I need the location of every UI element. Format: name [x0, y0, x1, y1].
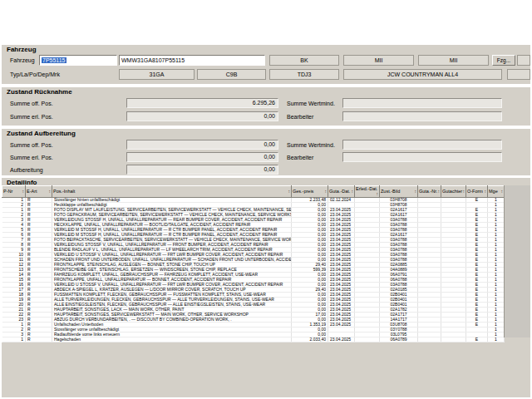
column-header-zust-bild[interactable]: Zust.-Bild↕	[380, 186, 418, 198]
cell-pos-inhalt: ALLE TÜRVERKLEIDUNGEN, FLECKEN, GEBRAUCH…	[52, 298, 292, 303]
bearbeiter-label: Bearbeiter	[287, 111, 313, 122]
application-window: Fahrzeug Fahrzeug 7P55115 WMW31GA8107P55…	[0, 0, 532, 399]
column-header-eart[interactable]: E-Art↕	[26, 186, 52, 198]
cell-guta-dat: 23.04.2025	[328, 303, 355, 308]
cell-pos-inhalt: SCHADEN FRONT UND UNTERBODEN, UNFALL, UN…	[52, 258, 292, 263]
mii-field-2: MII	[418, 55, 489, 66]
cell-pos-inhalt: VERKLEID M STOSSF H, UNFALL, UNFALLREPAR…	[52, 233, 292, 238]
fahrzeug-section-title: Fahrzeug	[7, 46, 37, 53]
sort-icon[interactable]: ↕	[415, 189, 417, 195]
cell-pos-inhalt: VERKLEIDUNG STOSSF H, UNFALL, UNFALLREPA…	[52, 218, 292, 223]
table-filler-column	[504, 185, 530, 337]
summe-off-value: 6.295,26	[126, 98, 278, 108]
empty-field-2	[507, 69, 530, 80]
cell-pnr: 1	[2, 337, 26, 342]
vin-input[interactable]: WMW31GA8107P55115	[119, 55, 265, 66]
cell-guta-dat: 23.04.2025	[328, 238, 355, 243]
table-header-row: P-Nr↕E-Art↕Pos.-Inhalt↕Ges.-preis↕Guta.-…	[2, 186, 505, 198]
wertmind-value	[342, 140, 502, 150]
sort-icon[interactable]: ↕	[288, 189, 291, 195]
section-fahrzeug: Fahrzeug Fahrzeug 7P55115 WMW31GA8107P55…	[2, 44, 530, 84]
bearbeiter-value	[342, 111, 502, 121]
cell-guta-dat: 23.04.2025	[328, 318, 355, 323]
column-header-pnr[interactable]: P-Nr↕	[2, 186, 26, 198]
fzg-button[interactable]: Fzg...	[492, 55, 515, 66]
wertmind-value	[342, 98, 502, 108]
cell-guta-dat: 23.04.2025	[328, 218, 355, 223]
cell-guta-dat: 23.04.2025	[328, 313, 355, 318]
cell-guta-dat: 23.04.2025	[328, 248, 355, 253]
sort-icon[interactable]: ↕	[22, 189, 25, 195]
column-header-label: Guta.-Dat.	[329, 189, 350, 194]
sort-icon[interactable]: ↕	[438, 189, 441, 195]
column-header-guta-dat[interactable]: Guta.-Dat.↕	[328, 186, 355, 198]
summe-erl-value: 0,00	[126, 152, 278, 162]
cell-pos-inhalt: FOTO DISPLAY MIT LAUFLEISTUNG, SERVICEAR…	[52, 208, 292, 213]
cell-pos-inhalt: ALLE EINSTIEGSLEISTEN, FLECKEN, GEBRAUCH…	[52, 303, 292, 308]
cell-guta-dat: 02.12.2024	[328, 198, 355, 203]
column-header-mge[interactable]: Mge↕	[488, 186, 505, 198]
detail-table-body: 1RStossfänger hinten unfallbeschädigt2.2…	[2, 198, 505, 342]
cell-guta-dat: 23.04.2025	[328, 298, 355, 303]
sort-icon[interactable]: ↕	[485, 189, 487, 195]
cell-pos-inhalt: VERKLEIDUNG STOSSF V, UNFALL, UNFALLREPA…	[52, 243, 292, 248]
column-header-label: Guta.-Nr.	[419, 189, 437, 194]
sort-icon[interactable]: ↕	[377, 191, 379, 197]
section-detailinfo: Detailinfo P-Nr↕E-Art↕Pos.-Inhalt↕Ges.-p…	[2, 177, 530, 397]
cell-guta-dat: 23.04.2025	[328, 233, 355, 238]
bk-field: BK	[269, 55, 339, 66]
column-header-pos-inhalt[interactable]: Pos.-Inhalt↕	[52, 186, 292, 198]
vin-value: WMW31GA8107P55115	[121, 57, 185, 63]
cell-guta-dat: 23.04.2025	[328, 253, 355, 258]
typ-label: Typ/La/Po/Dep/Mrk	[10, 69, 60, 80]
column-header-guta-nr[interactable]: Guta.-Nr.↕	[418, 186, 441, 198]
cell-guta-dat: 23.04.2025	[328, 337, 355, 342]
summe-off-value: 0,00	[126, 140, 278, 150]
wertmind-label: Summe Wertmind.	[287, 98, 335, 109]
table-row[interactable]: 1RHagelschaden2.033,4023.04.202506A0789E…	[2, 337, 505, 342]
section-ruecknahme: Zustand Rücknahme Summe off. Pos. 6.295,…	[2, 86, 530, 126]
column-header-label: Ges.-preis	[293, 189, 313, 194]
column-header-o-form[interactable]: O-Form↕	[466, 186, 488, 198]
cell-pos-inhalt: FOTO BEIPACKTASCHE, SERVICEARBEITEN, SER…	[52, 238, 292, 243]
column-header-label: Erled.-Dat.	[356, 186, 377, 191]
code2-field: C9B	[197, 69, 266, 80]
cell-guta-dat: 23.04.2025	[328, 223, 355, 228]
fahrzeug-input[interactable]: 7P55115	[39, 55, 117, 66]
summe-erl-value: 0,00	[126, 111, 278, 121]
cell-guta-nr	[418, 337, 441, 342]
column-header-gutachter[interactable]: Gutachter↕	[441, 186, 466, 198]
cell-gutachter	[441, 337, 466, 342]
sort-icon[interactable]: ↕	[463, 189, 466, 195]
summe-off-label: Summe off. Pos.	[10, 140, 53, 150]
cell-pos-inhalt: Hagelschaden	[52, 337, 292, 342]
aufbereitung-value: 0,00	[126, 165, 278, 175]
cell-guta-dat: 23.04.2025	[328, 263, 355, 268]
cell-guta-dat: 23.04.2025	[328, 258, 355, 263]
cell-guta-dat: 23.04.2025	[328, 278, 355, 283]
column-header-label: E-Art	[27, 189, 37, 194]
cell-guta-dat: 23.04.2025	[328, 308, 355, 313]
cell-mge: 1	[488, 337, 505, 342]
cell-guta-dat: 23.04.2025	[328, 273, 355, 278]
bearbeiter-label: Bearbeiter	[287, 152, 313, 163]
sort-icon[interactable]: ↕	[352, 189, 354, 195]
column-header-label: Zust.-Bild	[381, 189, 400, 194]
cell-guta-dat: 23.04.2025	[328, 293, 355, 298]
summe-erl-label: Summe erl. Pos.	[10, 152, 53, 163]
cell-eart: R	[26, 337, 52, 342]
column-header-label: Pos.-Inhalt	[53, 189, 75, 194]
column-header-erled-dat[interactable]: Erled.-Dat.↕	[355, 186, 380, 198]
cell-pos-inhalt: FOTO GEPÄCKRAUM, SERVICEARBEITEN, SERVIC…	[52, 213, 292, 218]
cell-pos-inhalt: FUSSMATTEN KOMPLETT, FLECKEN, GEBRAUCHSS…	[52, 293, 292, 298]
detail-table: P-Nr↕E-Art↕Pos.-Inhalt↕Ges.-preis↕Guta.-…	[2, 185, 505, 342]
sort-icon[interactable]: ↕	[325, 189, 328, 195]
aufbereitung-section-title: Zustand Aufbereitung	[7, 130, 76, 137]
cell-guta-dat: 23.04.2025	[328, 208, 355, 213]
column-header-ges-preis[interactable]: Ges.-preis↕	[292, 186, 328, 198]
cell-pos-inhalt: FAHRZEUG KOMPLETT, UNFALL, GEBRAUCHSSPUR…	[52, 273, 292, 278]
sort-icon[interactable]: ↕	[501, 189, 504, 195]
sort-icon[interactable]: ↕	[49, 189, 52, 195]
section-aufbereitung: Zustand Aufbereitung Summe off. Pos. 0,0…	[2, 128, 530, 175]
column-header-label: Gutachter	[442, 189, 462, 194]
